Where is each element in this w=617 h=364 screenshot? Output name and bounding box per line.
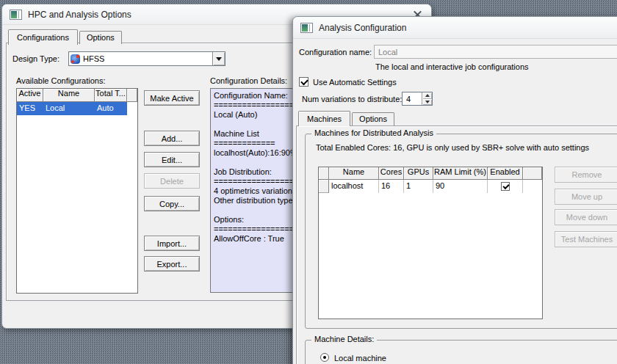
column-header-spacer xyxy=(127,89,137,102)
analysis-configuration-dialog: Analysis Configuration Configuration nam… xyxy=(292,16,617,364)
tab-options[interactable]: Options xyxy=(352,112,394,125)
column-header-ram: RAM Limit (%) xyxy=(433,167,488,180)
column-header-spacer xyxy=(523,167,542,180)
design-type-combobox[interactable]: HFSS xyxy=(68,51,225,66)
column-header-total: Total T... xyxy=(95,89,127,102)
column-header-gpus: GPUs xyxy=(404,167,433,180)
details-line: ================== xyxy=(214,177,293,186)
chevron-up-icon xyxy=(425,94,430,97)
details-line: localhost(Auto):16:90%:1 xyxy=(214,148,293,158)
machines-group-label: Machines for Distributed Analysis xyxy=(311,128,436,137)
cell-name[interactable]: Local xyxy=(43,102,95,115)
details-line: 4 optimetrics variations w xyxy=(214,186,293,196)
details-line: AllowOffCore : True xyxy=(214,234,293,244)
tab-configurations[interactable]: Configurations xyxy=(8,29,78,45)
dialog-icon xyxy=(10,10,22,20)
cell-gpus[interactable]: 1 xyxy=(404,180,433,193)
configuration-description: The local and interactive job configurat… xyxy=(375,62,529,71)
num-variations-stepper[interactable]: 4 xyxy=(402,92,433,106)
details-line: Options: xyxy=(214,215,293,225)
use-automatic-settings-checkbox[interactable] xyxy=(299,77,308,87)
local-machine-label: Local machine xyxy=(334,354,386,363)
configuration-details-panel: Configuration Name: ====================… xyxy=(210,88,294,293)
chevron-down-icon xyxy=(216,57,222,61)
configuration-name-input[interactable]: Local xyxy=(374,45,617,59)
column-header-cores: Cores xyxy=(379,167,404,180)
details-line: ================== xyxy=(214,225,293,234)
num-variations-label: Num variations to distribute: xyxy=(302,95,402,103)
total-cores-info: Total Enabled Cores: 16, GPU is only use… xyxy=(316,143,589,152)
cell-spacer xyxy=(523,180,542,193)
stepper-buttons xyxy=(422,92,432,105)
stepper-down-button[interactable] xyxy=(422,99,432,106)
column-header-active: Active xyxy=(17,89,43,102)
delete-button: Delete xyxy=(144,173,200,189)
column-header-enabled: Enabled xyxy=(488,167,523,180)
details-line: Job Distribution: xyxy=(214,167,293,177)
move-down-button: Move down xyxy=(555,209,617,225)
configuration-details-label: Configuration Details: xyxy=(210,76,287,85)
move-up-button: Move up xyxy=(555,189,617,205)
details-line: Configuration Name: xyxy=(214,91,293,101)
use-automatic-settings-label: Use Automatic Settings xyxy=(313,78,397,87)
available-configurations-table[interactable]: Active Name Total T... YES Local Auto xyxy=(16,88,138,294)
remove-button: Remove xyxy=(555,167,617,183)
details-line: ============= xyxy=(214,139,293,148)
cell-total[interactable]: Auto xyxy=(95,102,127,115)
machines-groupbox: Machines for Distributed Analysis Total … xyxy=(305,134,617,329)
details-line: Local (Auto) xyxy=(214,110,293,120)
edit-button[interactable]: Edit... xyxy=(144,152,200,167)
copy-button[interactable]: Copy... xyxy=(144,196,200,211)
hfss-icon xyxy=(71,54,80,64)
window-title: Analysis Configuration xyxy=(319,23,406,33)
machines-table[interactable]: Name Cores GPUs RAM Limit (%) Enabled lo… xyxy=(318,167,543,319)
import-button[interactable]: Import... xyxy=(144,236,200,251)
cell-enabled[interactable] xyxy=(488,180,523,193)
chevron-down-icon xyxy=(425,101,430,103)
details-line: ==================== xyxy=(214,101,293,110)
machine-details-label: Machine Details: xyxy=(311,335,377,343)
cell-machine-name[interactable]: localhost xyxy=(329,180,379,193)
table-header-row: Name Cores GPUs RAM Limit (%) Enabled xyxy=(319,167,542,180)
configuration-name-label: Configuration name: xyxy=(299,48,372,57)
available-configurations-label: Available Configurations: xyxy=(16,76,105,85)
combobox-dropdown-button[interactable] xyxy=(212,52,225,65)
export-button[interactable]: Export... xyxy=(144,256,200,272)
cell-cores[interactable]: 16 xyxy=(379,180,404,193)
column-header-name: Name xyxy=(43,89,95,102)
num-variations-value[interactable]: 4 xyxy=(403,92,422,105)
local-machine-radio[interactable] xyxy=(320,353,329,362)
analysis-titlebar[interactable]: Analysis Configuration xyxy=(293,17,617,39)
design-type-label: Design Type: xyxy=(12,54,59,63)
details-line xyxy=(214,120,293,129)
test-machines-button: Test Machines xyxy=(555,231,617,247)
add-button[interactable]: Add... xyxy=(144,131,200,146)
details-line: Other distribution types w xyxy=(214,196,293,205)
details-line xyxy=(214,158,293,167)
machine-details-groupbox: Machine Details: Local machine xyxy=(305,340,617,364)
stepper-up-button[interactable] xyxy=(422,92,432,99)
details-line: Machine List xyxy=(214,129,293,139)
column-header-selector xyxy=(319,167,329,180)
table-header-row: Active Name Total T... xyxy=(17,89,137,102)
make-active-button[interactable]: Make Active xyxy=(144,90,200,106)
desktop-background: HPC and Analysis Options Configurations … xyxy=(0,0,617,364)
window-title: HPC and Analysis Options xyxy=(28,10,131,20)
table-row[interactable]: localhost 16 1 90 xyxy=(319,180,542,193)
cell-ram-limit[interactable]: 90 xyxy=(433,180,488,193)
cell-spacer xyxy=(127,102,137,115)
table-row[interactable]: YES Local Auto xyxy=(17,102,137,115)
cell-active[interactable]: YES xyxy=(17,102,43,115)
design-type-value: HFSS xyxy=(83,54,104,63)
enabled-checkbox[interactable] xyxy=(501,182,510,191)
tab-machines[interactable]: Machines xyxy=(298,111,350,126)
tab-options[interactable]: Options xyxy=(79,31,122,44)
analysis-tab-strip: Machines Options xyxy=(298,111,396,125)
dialog-icon xyxy=(300,23,313,33)
row-selector-cell[interactable] xyxy=(319,180,329,193)
column-header-name: Name xyxy=(329,167,379,180)
details-line xyxy=(214,205,293,215)
hpc-tab-strip: Configurations Options xyxy=(8,29,123,44)
